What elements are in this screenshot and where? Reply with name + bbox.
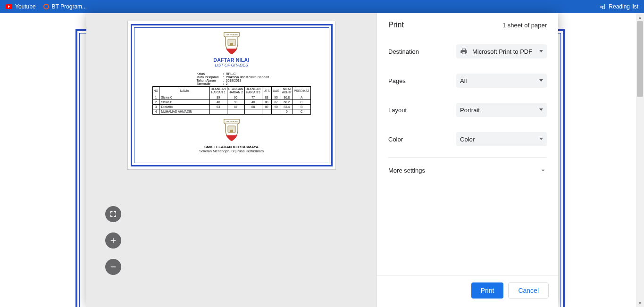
svg-text:SMK TELADAN: SMK TELADAN: [226, 121, 238, 123]
bookmark-left-group: Youtube BT Program...: [6, 3, 87, 10]
school-logo: SMK TELADAN: [221, 31, 242, 55]
scroll-down-icon: ▼: [636, 299, 644, 307]
reading-list-icon: [599, 3, 606, 10]
print-header: Print 1 sheet of paper: [377, 13, 558, 35]
cancel-button[interactable]: Cancel: [508, 282, 549, 299]
bookmark-youtube[interactable]: Youtube: [6, 3, 36, 10]
print-button[interactable]: Print: [471, 282, 504, 299]
grades-table: NONAMA ULANGAN HARIAN 1ULANGAN HARIAN 2U…: [152, 86, 311, 115]
sheet-count: 1 sheet of paper: [502, 22, 547, 29]
print-footer: Print Cancel: [377, 275, 558, 307]
plus-icon: [109, 236, 117, 245]
svg-text:SMK TELADAN: SMK TELADAN: [226, 34, 238, 36]
reading-list-label: Reading list: [609, 3, 638, 10]
color-label: Color: [388, 136, 403, 143]
zoom-in-button[interactable]: [105, 232, 121, 249]
school-desc: Sekolah Menengah Kejuruan Kertasmata: [199, 149, 264, 153]
bt-program-icon: [43, 4, 49, 9]
more-settings-label: More settings: [388, 167, 425, 174]
table-row: 3Drakatio638788899083.4B: [152, 105, 310, 109]
print-title: Print: [388, 21, 404, 29]
pages-label: Pages: [388, 77, 406, 84]
doc-subtitle: LIST OF GRADES: [215, 63, 248, 67]
print-dialog: SMK TELADAN DAFTAR NILAI LIST OF GRADES …: [86, 13, 558, 307]
pages-select[interactable]: All: [456, 74, 547, 88]
youtube-icon: [6, 4, 12, 9]
school-logo-footer: SMK TELADAN: [221, 117, 242, 142]
page-scrollbar[interactable]: ▲ ▼: [636, 13, 644, 307]
main-area: SMK TELADAN DAFTAR NILAI LIST OF GRADES …: [0, 13, 644, 307]
chevron-down-icon: [539, 166, 547, 174]
school-name: SMK TELADAN KERTASMAYA: [204, 145, 259, 149]
fullscreen-icon: [109, 210, 117, 218]
more-settings-toggle[interactable]: More settings: [388, 158, 547, 183]
setting-row-color: Color Color: [388, 124, 547, 154]
table-row: 1Siswa C899077889086.8A: [152, 95, 310, 100]
bookmark-youtube-label: Youtube: [15, 3, 36, 10]
table-row: 2Siswa B409848886768.2C: [152, 100, 310, 104]
svg-rect-2: [230, 43, 233, 46]
fit-page-button[interactable]: [105, 206, 121, 222]
layout-label: Layout: [388, 107, 407, 114]
doc-title: DAFTAR NILAI: [213, 57, 249, 63]
doc-meta: Kelas:RPL-C Mata Pelajaran:Prakarya dan …: [197, 72, 269, 85]
minus-icon: [109, 263, 117, 271]
bookmark-bar: Youtube BT Program... Reading list: [0, 0, 644, 13]
bookmark-bt-program[interactable]: BT Program...: [43, 3, 87, 10]
table-row: 4MUHAMAD AHMADIN0C: [152, 109, 310, 114]
printer-icon: [460, 48, 468, 55]
setting-row-pages: Pages All: [388, 66, 547, 95]
destination-select[interactable]: Microsoft Print to PDF: [456, 44, 547, 58]
zoom-out-button[interactable]: [105, 259, 121, 275]
reading-list-button[interactable]: Reading list: [599, 3, 638, 10]
print-settings-pane: Print 1 sheet of paper Destination Micro…: [377, 13, 558, 307]
print-preview-pane: SMK TELADAN DAFTAR NILAI LIST OF GRADES …: [86, 13, 377, 307]
setting-row-destination: Destination Microsoft Print to PDF: [388, 37, 547, 66]
color-select[interactable]: Color: [456, 132, 547, 146]
zoom-controls: [105, 206, 121, 275]
scroll-up-icon: ▲: [636, 13, 644, 21]
preview-page: SMK TELADAN DAFTAR NILAI LIST OF GRADES …: [127, 21, 336, 170]
svg-rect-5: [230, 130, 233, 133]
scrollbar-thumb[interactable]: [637, 21, 643, 97]
destination-label: Destination: [388, 48, 419, 55]
setting-row-layout: Layout Portrait: [388, 95, 547, 124]
bookmark-bt-label: BT Program...: [52, 3, 87, 10]
layout-select[interactable]: Portrait: [456, 103, 547, 117]
